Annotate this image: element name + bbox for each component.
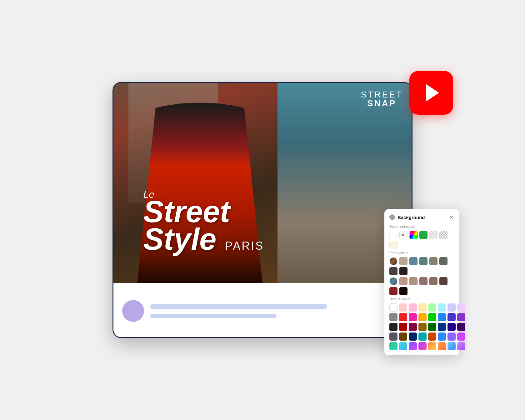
photo-swatch-1[interactable] [389, 257, 398, 265]
play-icon [426, 84, 439, 102]
color-swatch-rainbow[interactable] [409, 231, 418, 239]
def-grad-2[interactable] [399, 342, 407, 350]
def-color-5[interactable] [428, 303, 436, 312]
def-color-32[interactable] [457, 332, 465, 341]
photo-color-r2-8[interactable] [399, 287, 408, 295]
background-color-picker: Background ✕ Document colors ✏ Photo col… [384, 209, 459, 355]
photo-color-r2-3[interactable] [409, 277, 418, 285]
def-color-13[interactable] [428, 313, 436, 321]
hero-paris: PARIS [225, 239, 264, 252]
def-grad-5[interactable] [428, 342, 436, 350]
document-colors-row: ✏ [389, 231, 454, 239]
def-grad-7[interactable] [448, 342, 456, 350]
photo-colors-row1 [389, 257, 454, 275]
def-color-24[interactable] [457, 323, 465, 331]
brand-snap: SNAP [361, 99, 403, 108]
brand-logo: STREET SNAP [361, 90, 403, 108]
def-color-11[interactable] [409, 313, 417, 321]
def-grad-1[interactable] [389, 342, 398, 350]
color-swatch-green[interactable] [419, 231, 428, 239]
avatar [122, 300, 144, 322]
photo-color-6[interactable] [439, 257, 448, 265]
def-color-4[interactable] [418, 303, 427, 312]
popup-header: Background ✕ [389, 214, 454, 220]
def-color-3[interactable] [409, 303, 417, 312]
def-color-27[interactable] [409, 332, 417, 341]
color-swatch-white[interactable] [389, 231, 398, 239]
document-colors-row2 [389, 241, 454, 249]
photo-color-5[interactable] [429, 257, 438, 265]
def-grad-3[interactable] [409, 342, 417, 350]
def-color-9[interactable] [389, 313, 398, 321]
def-color-23[interactable] [448, 323, 456, 331]
photo-color-8[interactable] [399, 267, 408, 275]
scene: STREET SNAP Le Street Style PARIS [91, 46, 434, 374]
person-right [283, 113, 397, 283]
photo-colors-row2 [389, 277, 454, 295]
def-color-29[interactable] [428, 332, 436, 341]
popup-title-row: Background [389, 214, 425, 220]
document-colors-label: Document colors [389, 225, 454, 228]
def-color-8[interactable] [457, 303, 465, 312]
def-color-21[interactable] [428, 323, 436, 331]
blue-door [310, 93, 346, 243]
hero-style: Style PARIS [143, 225, 264, 253]
default-colors-grid [389, 303, 454, 350]
def-color-14[interactable] [438, 313, 446, 321]
card-text-lines [150, 304, 403, 318]
def-color-26[interactable] [399, 332, 407, 341]
def-color-16[interactable] [457, 313, 465, 321]
def-grad-8[interactable] [457, 342, 465, 350]
def-color-10[interactable] [399, 313, 407, 321]
color-swatch-pencil[interactable]: ✏ [399, 231, 408, 239]
def-color-31[interactable] [448, 332, 456, 341]
default-colors-label: Default colors [389, 297, 454, 301]
def-color-30[interactable] [438, 332, 446, 341]
hero-image: STREET SNAP Le Street Style PARIS [113, 83, 412, 283]
def-grad-6[interactable] [438, 342, 446, 350]
youtube-button[interactable] [409, 71, 453, 115]
def-color-19[interactable] [409, 323, 417, 331]
popup-title: Background [398, 215, 425, 220]
def-color-7[interactable] [448, 303, 456, 312]
hero-street: Street [143, 198, 264, 225]
def-color-15[interactable] [448, 313, 456, 321]
device-frame: STREET SNAP Le Street Style PARIS [112, 82, 412, 338]
close-button[interactable]: ✕ [448, 214, 454, 220]
def-color-2[interactable] [399, 303, 407, 312]
photo-color-4[interactable] [419, 257, 428, 265]
popup-dot-icon [389, 214, 395, 220]
def-color-17[interactable] [389, 323, 398, 331]
color-swatch-checker1[interactable] [429, 231, 438, 239]
photo-color-r2-4[interactable] [419, 277, 428, 285]
photo-color-r2-6[interactable] [439, 277, 448, 285]
text-line-1 [150, 304, 327, 309]
photo-color-3[interactable] [409, 257, 418, 265]
brand-street: STREET [361, 90, 403, 99]
def-grad-4[interactable] [418, 342, 427, 350]
def-color-25[interactable] [389, 332, 398, 341]
card-bottom [113, 283, 412, 338]
photo-color-r2-5[interactable] [429, 277, 438, 285]
text-line-2 [150, 314, 277, 318]
photo-colors-label: Photo colors [389, 251, 454, 255]
def-color-20[interactable] [418, 323, 427, 331]
photo-swatch-2[interactable] [389, 277, 398, 285]
photo-color-r2-7[interactable] [389, 287, 398, 295]
def-color-6[interactable] [438, 303, 446, 312]
photo-color-2[interactable] [399, 257, 408, 265]
photo-color-r2-2[interactable] [399, 277, 408, 285]
color-swatch-checker2[interactable] [439, 231, 448, 239]
def-color-22[interactable] [438, 323, 446, 331]
def-color-12[interactable] [418, 313, 427, 321]
hero-text: Le Street Style PARIS [143, 189, 264, 253]
photo-color-7[interactable] [389, 267, 398, 275]
def-color-28[interactable] [418, 332, 427, 341]
def-color-18[interactable] [399, 323, 407, 331]
def-color-1[interactable] [389, 303, 398, 312]
color-swatch-cream[interactable] [389, 241, 398, 249]
